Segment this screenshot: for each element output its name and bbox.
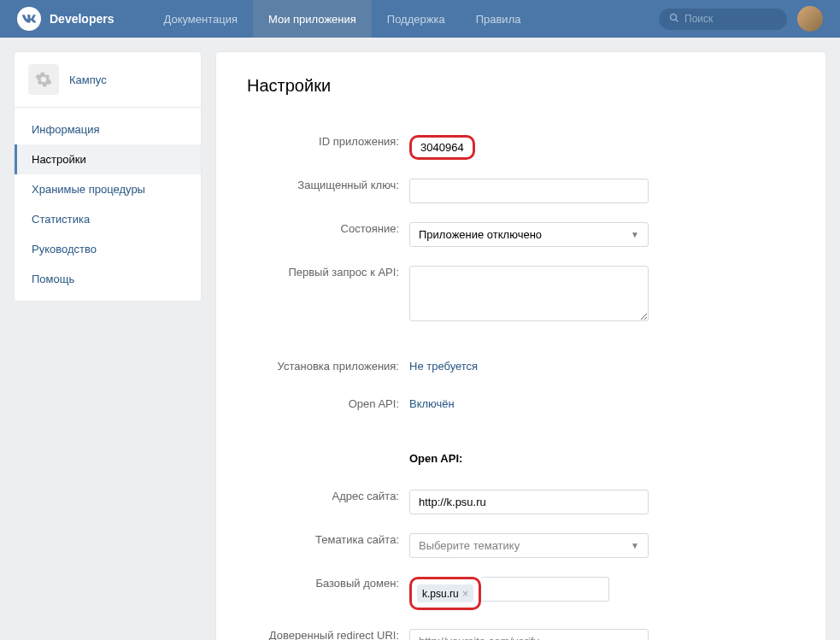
secret-key-label: Защищенный ключ: xyxy=(247,173,409,191)
install-label: Установка приложения: xyxy=(247,355,409,373)
main-panel: Настройки ID приложения: 3040964 Защищен… xyxy=(215,51,826,640)
first-request-textarea[interactable] xyxy=(409,266,649,321)
base-domain-label: Базовый домен: xyxy=(247,572,409,590)
site-theme-label: Тематика сайта: xyxy=(247,528,409,546)
vk-logo-icon xyxy=(17,7,41,31)
site-theme-select[interactable]: Выберите тематику ▼ xyxy=(409,533,649,558)
status-select[interactable]: Приложение отключено ▼ xyxy=(409,222,649,247)
openapi-label: Open API: xyxy=(247,392,409,410)
app-id-value: 3040964 xyxy=(409,135,475,160)
site-theme-placeholder: Выберите тематику xyxy=(419,539,520,552)
search-input[interactable] xyxy=(684,13,777,25)
app-id-label: ID приложения: xyxy=(247,130,409,148)
install-value[interactable]: Не требуется xyxy=(409,360,478,373)
openapi-section-label: Open API: xyxy=(409,452,462,465)
search-icon xyxy=(669,13,679,26)
page-title: Настройки xyxy=(247,76,795,96)
openapi-value[interactable]: Включён xyxy=(409,397,455,410)
svg-point-0 xyxy=(671,14,677,20)
status-label: Состояние: xyxy=(247,217,409,235)
sidebar: Кампус Информация Настройки Хранимые про… xyxy=(14,51,202,640)
sidebar-item-guide[interactable]: Руководство xyxy=(15,234,201,264)
sidebar-item-help[interactable]: Помощь xyxy=(15,264,201,294)
app-header: Кампус xyxy=(15,52,201,108)
top-nav: Документация Мои приложения Поддержка Пр… xyxy=(148,0,536,38)
sidebar-menu: Информация Настройки Хранимые процедуры … xyxy=(15,108,201,301)
top-header: Developers Документация Мои приложения П… xyxy=(0,0,840,38)
first-request-label: Первый запрос к API: xyxy=(247,261,409,279)
nav-rules[interactable]: Правила xyxy=(461,0,537,38)
base-domain-token: k.psu.ru × xyxy=(417,584,473,602)
sidebar-item-info[interactable]: Информация xyxy=(15,114,201,144)
base-domain-value: k.psu.ru xyxy=(422,588,459,600)
sidebar-item-settings[interactable]: Настройки xyxy=(15,144,201,174)
search-box[interactable] xyxy=(659,9,787,30)
app-gear-icon xyxy=(28,64,59,95)
svg-line-1 xyxy=(676,19,678,21)
site-url-label: Адрес сайта: xyxy=(247,484,409,502)
status-selected: Приложение отключено xyxy=(419,228,542,241)
chevron-down-icon: ▼ xyxy=(631,541,639,550)
nav-support[interactable]: Поддержка xyxy=(372,0,461,38)
logo[interactable]: Developers xyxy=(17,7,114,31)
nav-my-apps[interactable]: Мои приложения xyxy=(253,0,372,38)
app-name: Кампус xyxy=(69,73,107,86)
brand-text: Developers xyxy=(50,12,114,26)
redirect-uri-input[interactable] xyxy=(409,629,649,640)
base-domain-input[interactable] xyxy=(481,577,609,602)
redirect-label: Доверенный redirect URI: Добавить ещё xyxy=(247,624,409,640)
site-url-input[interactable] xyxy=(409,490,649,514)
close-icon[interactable]: × xyxy=(462,587,469,600)
secret-key-input[interactable] xyxy=(409,179,649,203)
nav-documentation[interactable]: Документация xyxy=(148,0,253,38)
sidebar-item-stored-procedures[interactable]: Хранимые процедуры xyxy=(15,174,201,204)
user-avatar[interactable] xyxy=(797,6,823,32)
chevron-down-icon: ▼ xyxy=(631,230,639,239)
sidebar-item-stats[interactable]: Статистика xyxy=(15,204,201,234)
